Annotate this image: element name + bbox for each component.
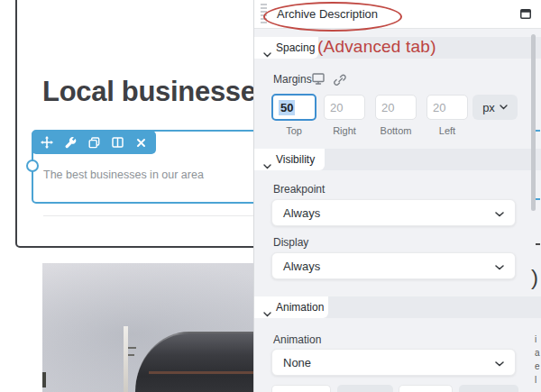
margins-label: Margins: [273, 73, 312, 86]
cutoff-field[interactable]: [337, 385, 393, 392]
panel-scrollbar[interactable]: [531, 34, 536, 211]
unit-value: px: [482, 101, 495, 114]
unit-select[interactable]: px: [472, 95, 518, 120]
breakpoint-select[interactable]: Always: [271, 199, 516, 226]
breakpoint-label: Breakpoint: [273, 183, 325, 196]
utility-pole: [124, 326, 128, 392]
edge-text-fragment: e: [535, 361, 540, 371]
module-border-peek: [536, 198, 540, 200]
display-label: Display: [273, 236, 308, 249]
page-builder-screen: Local businesses The best businesses in …: [0, 0, 541, 392]
wrench-icon[interactable]: [62, 134, 78, 150]
cutoff-field[interactable]: [459, 385, 518, 392]
module-edge-handle[interactable]: [26, 160, 39, 172]
margin-left-label: Left: [426, 125, 468, 136]
edge-text-fragment: ): [531, 265, 538, 290]
margin-top-label: Top: [271, 125, 316, 136]
display-value: Always: [283, 260, 320, 273]
cutoff-field[interactable]: [399, 385, 453, 392]
margin-right-input[interactable]: 20: [324, 95, 365, 120]
pole-bracket: [128, 347, 136, 349]
chevron-down-icon[interactable]: [263, 157, 271, 173]
margin-bottom-label: Bottom: [375, 125, 417, 136]
chevron-down-icon: [495, 356, 504, 369]
chevron-down-icon[interactable]: [263, 45, 271, 61]
row-border-peek: [536, 243, 540, 245]
animation-value: None: [283, 356, 311, 369]
dock-window-icon[interactable]: [520, 6, 531, 23]
edge-text-fragment: a: [535, 348, 540, 358]
animation-label: Animation: [273, 333, 321, 346]
breakpoint-value: Always: [283, 206, 320, 220]
section-visibility-label: Visibility: [276, 153, 315, 166]
section-animation-label: Animation: [276, 301, 324, 314]
pole-bracket: [128, 354, 134, 356]
page-heading: Local businesses: [42, 76, 271, 108]
annotation-ellipse: [263, 2, 402, 32]
section-animation: Animation: [254, 296, 541, 318]
display-select[interactable]: Always: [271, 252, 516, 279]
margin-top-input[interactable]: 50: [271, 94, 316, 121]
move-icon[interactable]: [39, 134, 55, 150]
chevron-down-icon[interactable]: [263, 305, 271, 321]
margin-right-label: Right: [324, 125, 365, 136]
animation-select[interactable]: None: [271, 349, 516, 376]
close-icon[interactable]: [133, 134, 149, 150]
margin-bottom-input[interactable]: 20: [375, 95, 417, 120]
section-visibility: Visibility: [254, 149, 541, 170]
margin-left-input[interactable]: 20: [426, 95, 468, 120]
margin-top-value: 50: [279, 100, 295, 115]
responsive-toggle-icon[interactable]: [312, 72, 325, 88]
module-toolbar: [32, 131, 156, 154]
chevron-down-icon: [495, 206, 504, 220]
module-border-peek: [536, 130, 540, 132]
section-spacing-label: Spacing: [276, 41, 315, 54]
edge-text-fragment: l: [535, 375, 536, 385]
photo-edge-object: [42, 372, 46, 387]
cutoff-field[interactable]: [271, 385, 331, 392]
columns-icon[interactable]: [109, 134, 125, 150]
annotation-advanced-tab: (Advanced tab): [317, 37, 436, 57]
edge-text-fragment: i: [535, 334, 536, 344]
settings-panel: Archive Description Spacing Margins 50 2…: [253, 0, 541, 392]
duplicate-icon[interactable]: [86, 134, 102, 150]
module-text[interactable]: The best businesses in our area: [43, 169, 204, 181]
link-values-icon[interactable]: [334, 73, 346, 89]
chevron-down-icon: [495, 260, 504, 273]
